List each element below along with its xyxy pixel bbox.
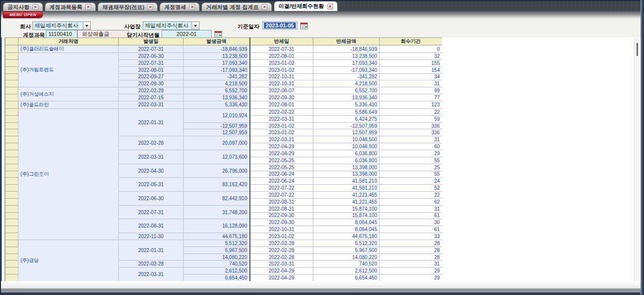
repayment-date-cell[interactable]: 2022-06-24 [250, 171, 313, 178]
occurrence-date-cell[interactable]: 2022-02-28 [119, 87, 184, 94]
tab-5[interactable]: 미결/반제회수현황× [274, 1, 337, 11]
occurrence-date-cell[interactable]: 2022-03-31 [119, 268, 184, 282]
repayment-date-cell[interactable]: 2022-04-29 [250, 268, 313, 275]
row-selector[interactable] [5, 53, 18, 60]
occurrence-amount-cell[interactable]: 17,093,340 [184, 59, 250, 66]
repayment-amount-cell[interactable]: -17,093,340 [313, 66, 380, 73]
collection-days-cell[interactable]: 59 [380, 115, 442, 122]
repayment-amount-cell[interactable]: 6,424,275 [313, 115, 380, 122]
tab-2[interactable]: 채권채무장(전표)× [98, 2, 158, 11]
row-selector[interactable] [5, 115, 18, 122]
collection-days-cell[interactable]: 0 [380, 45, 442, 53]
collection-days-cell[interactable]: 31 [380, 80, 442, 87]
occurrence-amount-cell[interactable]: 12,507,959 [184, 129, 250, 136]
occurrence-amount-cell[interactable]: 44,675,180 [184, 233, 250, 240]
occurrence-date-cell[interactable]: 2022-07-31 [119, 45, 184, 53]
row-selector[interactable] [5, 212, 18, 219]
repayment-amount-cell[interactable]: 8,064,045 [313, 226, 380, 233]
repayment-date-cell[interactable]: 2022-06-24 [250, 178, 313, 185]
collection-days-cell[interactable]: 29 [380, 268, 442, 275]
site-select[interactable]: 제일제지주식회사 [143, 21, 200, 30]
tab-0[interactable]: 공지사항× [3, 2, 43, 11]
occurrence-amount-cell[interactable]: 12,073,600 [184, 150, 250, 164]
chevron-down-icon[interactable] [83, 22, 90, 29]
repayment-date-cell[interactable]: 2022-03-31 [250, 261, 313, 268]
occurrence-amount-cell[interactable]: 83,162,420 [184, 178, 250, 192]
repayment-date-cell[interactable]: 2022-10-31 [250, 80, 313, 87]
vertical-scrollbar[interactable] [634, 38, 640, 281]
occurrence-amount-cell[interactable]: 31,748,200 [184, 205, 250, 219]
row-selector[interactable] [5, 164, 18, 171]
repayment-date-cell[interactable]: 2023-01-02 [250, 66, 313, 73]
row-selector[interactable] [5, 219, 18, 226]
company-select[interactable]: 제일제지주식회사 [32, 21, 91, 30]
menu-open-button[interactable]: MENU OPEN [3, 11, 43, 18]
collection-days-cell[interactable]: 28 [380, 254, 442, 261]
repayment-date-cell[interactable]: 2022-08-01 [250, 53, 313, 60]
occurrence-date-cell[interactable]: 2022-02-28 [119, 136, 184, 150]
repayment-date-cell[interactable]: 2022-02-22 [250, 108, 313, 115]
repayment-date-cell[interactable]: 2023-01-02 [250, 233, 313, 240]
repayment-date-cell[interactable]: 2022-08-01 [250, 101, 313, 108]
row-selector[interactable] [5, 240, 18, 247]
row-selector[interactable] [5, 87, 18, 94]
occurrence-amount-cell[interactable]: 4,218,500 [184, 80, 250, 87]
repayment-amount-cell[interactable]: 5,586,649 [313, 108, 380, 115]
collection-days-cell[interactable]: 52 [380, 185, 442, 192]
occurrence-date-cell[interactable]: 2022-04-30 [119, 164, 184, 178]
collection-days-cell[interactable]: 25 [380, 164, 442, 171]
occurrence-amount-cell[interactable]: 20,097,000 [184, 136, 250, 150]
repayment-date-cell[interactable]: 2023-01-02 [250, 59, 313, 66]
collection-days-cell[interactable]: 61 [380, 226, 442, 233]
repayment-date-cell[interactable]: 2022-08-31 [250, 198, 313, 205]
row-selector[interactable] [5, 171, 18, 178]
occurrence-amount-cell[interactable]: -17,093,340 [184, 66, 250, 73]
occurrence-amount-cell[interactable]: 82,442,910 [184, 192, 250, 206]
tab-close-icon[interactable]: × [327, 3, 333, 9]
collection-days-cell[interactable]: 155 [380, 59, 442, 66]
occurrence-date-cell[interactable]: 2022-07-31 [119, 205, 184, 219]
repayment-amount-cell[interactable]: 15,874,100 [313, 205, 380, 212]
collection-days-cell[interactable]: 154 [380, 66, 442, 73]
collection-days-cell[interactable]: 29 [380, 150, 442, 157]
repayment-amount-cell[interactable]: 13,238,500 [313, 53, 380, 60]
tab-3[interactable]: 계정명세× [160, 2, 200, 11]
repayment-amount-cell[interactable]: 13,398,000 [313, 164, 380, 171]
row-selector[interactable] [5, 226, 18, 233]
chevron-down-icon[interactable] [192, 22, 199, 29]
repayment-amount-cell[interactable]: 41,221,455 [313, 198, 380, 205]
repayment-amount-cell[interactable]: -18,846,939 [313, 45, 380, 53]
tab-close-icon[interactable]: × [32, 4, 38, 10]
occurrence-date-cell[interactable]: 2022-08-01 [119, 66, 184, 73]
occurrence-amount-cell[interactable]: 740,520 [184, 261, 250, 268]
repayment-date-cell[interactable]: 2022-07-22 [250, 192, 313, 199]
tab-close-icon[interactable]: × [189, 4, 195, 10]
repayment-date-cell[interactable]: 2022-04-29 [250, 150, 313, 157]
occurrence-amount-cell[interactable]: 14,080,220 [184, 254, 250, 261]
occurrence-amount-cell[interactable]: 16,128,090 [184, 219, 250, 233]
collection-days-cell[interactable]: 60 [380, 143, 442, 150]
row-selector[interactable] [5, 198, 18, 205]
repayment-date-cell[interactable]: 2022-02-28 [250, 240, 313, 247]
repayment-amount-cell[interactable]: 14,080,220 [313, 254, 380, 261]
row-selector[interactable] [5, 150, 18, 157]
occurrence-amount-cell[interactable]: -341,282 [184, 73, 250, 80]
row-selector[interactable] [5, 157, 18, 164]
collection-days-cell[interactable]: 99 [380, 87, 442, 94]
repayment-date-cell[interactable]: 2022-07-22 [250, 185, 313, 192]
collection-days-cell[interactable]: 31 [380, 205, 442, 212]
occurrence-date-cell[interactable]: 2022-09-30 [119, 80, 184, 87]
repayment-amount-cell[interactable]: 41,581,210 [313, 185, 380, 192]
occurrence-date-cell[interactable]: 2022-09-27 [119, 73, 184, 80]
repayment-date-cell[interactable]: 2023-01-02 [250, 129, 313, 136]
repayment-amount-cell[interactable]: 6,036,800 [313, 157, 380, 164]
collection-days-cell[interactable]: 34 [380, 73, 442, 80]
base-date-input[interactable]: 2023-01-05 [262, 21, 297, 29]
repayment-date-cell[interactable]: 2022-04-29 [250, 275, 313, 282]
repayment-amount-cell[interactable]: 740,520 [313, 261, 380, 268]
row-selector[interactable] [5, 108, 18, 115]
occurrence-amount-cell[interactable]: -18,846,939 [184, 45, 250, 53]
period-start-input[interactable]: 2022-01 [162, 30, 212, 38]
occurrence-date-cell[interactable]: 2022-02-28 [119, 261, 184, 268]
repayment-amount-cell[interactable]: 41,581,210 [313, 178, 380, 185]
